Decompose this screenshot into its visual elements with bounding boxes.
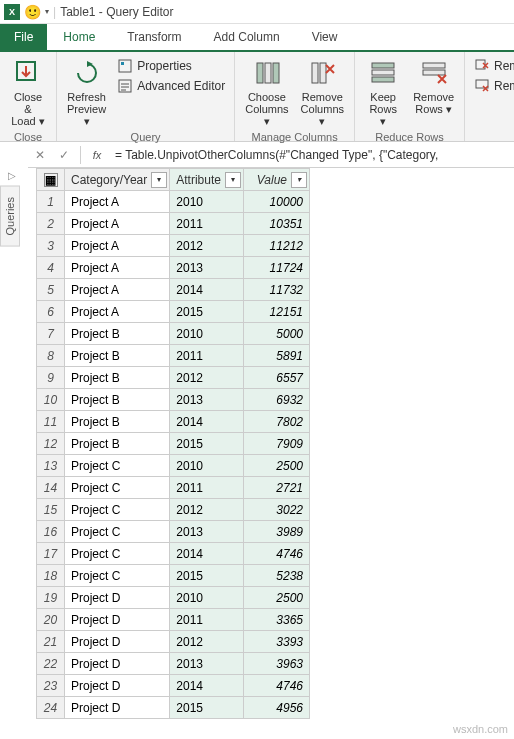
table-row[interactable]: 16Project C20133989 — [37, 521, 310, 543]
row-number[interactable]: 12 — [37, 433, 65, 455]
cell-value[interactable]: 4746 — [243, 543, 309, 565]
cell-attribute[interactable]: 2014 — [170, 543, 244, 565]
col-header-attribute[interactable]: Attribute ▾ — [170, 169, 244, 191]
table-row[interactable]: 18Project C20155238 — [37, 565, 310, 587]
table-row[interactable]: 24Project D20154956 — [37, 697, 310, 719]
cell-category[interactable]: Project C — [65, 543, 170, 565]
cell-category[interactable]: Project C — [65, 565, 170, 587]
cell-category[interactable]: Project A — [65, 257, 170, 279]
cell-attribute[interactable]: 2013 — [170, 389, 244, 411]
row-number[interactable]: 11 — [37, 411, 65, 433]
filter-icon[interactable]: ▾ — [225, 172, 241, 188]
table-row[interactable]: 13Project C20102500 — [37, 455, 310, 477]
table-row[interactable]: 17Project C20144746 — [37, 543, 310, 565]
cell-attribute[interactable]: 2010 — [170, 323, 244, 345]
row-number[interactable]: 5 — [37, 279, 65, 301]
row-number[interactable]: 22 — [37, 653, 65, 675]
advanced-editor-button[interactable]: Advanced Editor — [114, 77, 228, 95]
tab-transform[interactable]: Transform — [111, 24, 197, 50]
smiley-icon[interactable]: 🙂 — [24, 4, 41, 20]
cell-value[interactable]: 2500 — [243, 587, 309, 609]
qat-dropdown[interactable]: ▾ — [45, 7, 49, 16]
row-number[interactable]: 7 — [37, 323, 65, 345]
row-number[interactable]: 20 — [37, 609, 65, 631]
table-row[interactable]: 5Project A201411732 — [37, 279, 310, 301]
formula-accept-button[interactable]: ✓ — [52, 148, 76, 162]
row-number[interactable]: 2 — [37, 213, 65, 235]
cell-value[interactable]: 3989 — [243, 521, 309, 543]
cell-category[interactable]: Project C — [65, 477, 170, 499]
filter-icon[interactable]: ▾ — [151, 172, 167, 188]
cell-value[interactable]: 7802 — [243, 411, 309, 433]
cell-value[interactable]: 5000 — [243, 323, 309, 345]
row-number[interactable]: 17 — [37, 543, 65, 565]
row-number[interactable]: 10 — [37, 389, 65, 411]
fx-icon[interactable]: fx — [85, 149, 109, 161]
table-row[interactable]: 22Project D20133963 — [37, 653, 310, 675]
row-number[interactable]: 6 — [37, 301, 65, 323]
remove-errors-button[interactable]: Remove Er — [471, 77, 514, 95]
cell-value[interactable]: 3365 — [243, 609, 309, 631]
table-row[interactable]: 23Project D20144746 — [37, 675, 310, 697]
choose-columns-button[interactable]: Choose Columns ▾ — [241, 55, 292, 129]
row-number[interactable]: 23 — [37, 675, 65, 697]
cell-attribute[interactable]: 2014 — [170, 279, 244, 301]
col-header-category[interactable]: Category/Year ▾ — [65, 169, 170, 191]
tab-add-column[interactable]: Add Column — [198, 24, 296, 50]
cell-category[interactable]: Project A — [65, 279, 170, 301]
col-header-value[interactable]: Value ▾ — [243, 169, 309, 191]
cell-category[interactable]: Project D — [65, 587, 170, 609]
cell-attribute[interactable]: 2014 — [170, 675, 244, 697]
properties-button[interactable]: Properties — [114, 57, 228, 75]
row-number[interactable]: 15 — [37, 499, 65, 521]
cell-attribute[interactable]: 2013 — [170, 257, 244, 279]
table-menu-button[interactable]: ▦ — [37, 169, 65, 191]
queries-pane-tab[interactable]: Queries — [0, 186, 20, 247]
table-row[interactable]: 14Project C20112721 — [37, 477, 310, 499]
cell-value[interactable]: 10000 — [243, 191, 309, 213]
cell-value[interactable]: 11212 — [243, 235, 309, 257]
cell-attribute[interactable]: 2011 — [170, 345, 244, 367]
row-number[interactable]: 13 — [37, 455, 65, 477]
table-row[interactable]: 15Project C20123022 — [37, 499, 310, 521]
cell-value[interactable]: 2721 — [243, 477, 309, 499]
table-row[interactable]: 20Project D20113365 — [37, 609, 310, 631]
cell-attribute[interactable]: 2010 — [170, 455, 244, 477]
table-row[interactable]: 11Project B20147802 — [37, 411, 310, 433]
cell-category[interactable]: Project B — [65, 433, 170, 455]
cell-category[interactable]: Project D — [65, 631, 170, 653]
row-number[interactable]: 3 — [37, 235, 65, 257]
table-row[interactable]: 4Project A201311724 — [37, 257, 310, 279]
cell-attribute[interactable]: 2011 — [170, 213, 244, 235]
remove-duplicates-button[interactable]: Remove D — [471, 57, 514, 75]
refresh-preview-button[interactable]: Refresh Preview ▾ — [63, 55, 110, 129]
cell-category[interactable]: Project A — [65, 235, 170, 257]
table-row[interactable]: 10Project B20136932 — [37, 389, 310, 411]
cell-value[interactable]: 7909 — [243, 433, 309, 455]
cell-category[interactable]: Project A — [65, 191, 170, 213]
remove-rows-button[interactable]: Remove Rows ▾ — [409, 55, 458, 117]
cell-value[interactable]: 4746 — [243, 675, 309, 697]
cell-category[interactable]: Project D — [65, 697, 170, 719]
cell-category[interactable]: Project B — [65, 389, 170, 411]
row-number[interactable]: 4 — [37, 257, 65, 279]
cell-category[interactable]: Project C — [65, 455, 170, 477]
tab-home[interactable]: Home — [47, 24, 111, 50]
cell-category[interactable]: Project C — [65, 521, 170, 543]
cell-attribute[interactable]: 2013 — [170, 653, 244, 675]
cell-category[interactable]: Project A — [65, 213, 170, 235]
cell-attribute[interactable]: 2012 — [170, 499, 244, 521]
table-row[interactable]: 7Project B20105000 — [37, 323, 310, 345]
cell-attribute[interactable]: 2010 — [170, 587, 244, 609]
tab-view[interactable]: View — [296, 24, 354, 50]
cell-category[interactable]: Project B — [65, 345, 170, 367]
cell-attribute[interactable]: 2012 — [170, 235, 244, 257]
cell-value[interactable]: 11724 — [243, 257, 309, 279]
cell-attribute[interactable]: 2015 — [170, 301, 244, 323]
row-number[interactable]: 8 — [37, 345, 65, 367]
row-number[interactable]: 18 — [37, 565, 65, 587]
cell-value[interactable]: 6932 — [243, 389, 309, 411]
file-tab[interactable]: File — [0, 24, 47, 50]
cell-attribute[interactable]: 2010 — [170, 191, 244, 213]
cell-value[interactable]: 5238 — [243, 565, 309, 587]
